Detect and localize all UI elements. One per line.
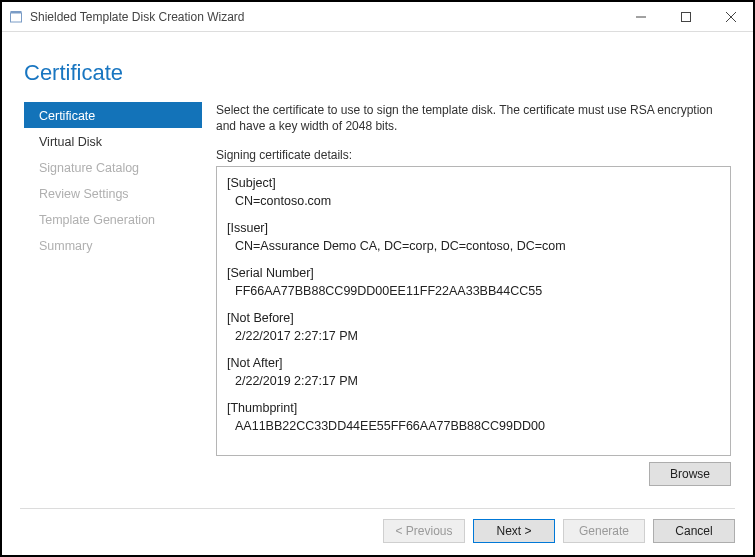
sidebar-item-template-generation: Template Generation — [24, 206, 202, 232]
thumbprint-value: AA11BB22CC33DD44EE55FF66AA77BB88CC99DD00 — [235, 418, 720, 436]
certificate-details-box: [Subject] CN=contoso.com [Issuer] CN=Ass… — [216, 166, 731, 456]
content-panel: Select the certificate to use to sign th… — [202, 102, 731, 499]
titlebar: Shielded Template Disk Creation Wizard — [2, 2, 753, 32]
svg-rect-1 — [11, 11, 22, 13]
issuer-value: CN=Assurance Demo CA, DC=corp, DC=contos… — [235, 238, 720, 256]
maximize-button[interactable] — [663, 3, 708, 31]
window-title: Shielded Template Disk Creation Wizard — [30, 10, 245, 24]
sidebar-item-certificate[interactable]: Certificate — [24, 102, 202, 128]
sidebar-item-review-settings: Review Settings — [24, 180, 202, 206]
generate-button: Generate — [563, 519, 645, 543]
previous-button: < Previous — [383, 519, 465, 543]
svg-rect-0 — [11, 13, 22, 22]
thumbprint-label: [Thumbprint] — [227, 400, 720, 418]
app-icon — [8, 9, 24, 25]
notbefore-value: 2/22/2017 2:27:17 PM — [235, 328, 720, 346]
cancel-button[interactable]: Cancel — [653, 519, 735, 543]
wizard-sidebar: Certificate Virtual Disk Signature Catal… — [24, 102, 202, 499]
wizard-footer: < Previous Next > Generate Cancel — [20, 508, 735, 543]
serial-label: [Serial Number] — [227, 265, 720, 283]
issuer-label: [Issuer] — [227, 220, 720, 238]
notafter-label: [Not After] — [227, 355, 720, 373]
subject-value: CN=contoso.com — [235, 193, 720, 211]
minimize-button[interactable] — [618, 3, 663, 31]
notafter-value: 2/22/2019 2:27:17 PM — [235, 373, 720, 391]
sidebar-item-virtual-disk[interactable]: Virtual Disk — [24, 128, 202, 154]
header: Certificate — [2, 32, 753, 102]
svg-rect-3 — [681, 12, 690, 21]
details-label: Signing certificate details: — [216, 148, 731, 162]
instruction-text: Select the certificate to use to sign th… — [216, 102, 731, 134]
page-title: Certificate — [24, 60, 753, 86]
notbefore-label: [Not Before] — [227, 310, 720, 328]
browse-button[interactable]: Browse — [649, 462, 731, 486]
sidebar-item-summary: Summary — [24, 232, 202, 258]
sidebar-item-signature-catalog: Signature Catalog — [24, 154, 202, 180]
serial-value: FF66AA77BB88CC99DD00EE11FF22AA33BB44CC55 — [235, 283, 720, 301]
close-button[interactable] — [708, 3, 753, 31]
next-button[interactable]: Next > — [473, 519, 555, 543]
subject-label: [Subject] — [227, 175, 720, 193]
body: Certificate Virtual Disk Signature Catal… — [2, 102, 753, 499]
